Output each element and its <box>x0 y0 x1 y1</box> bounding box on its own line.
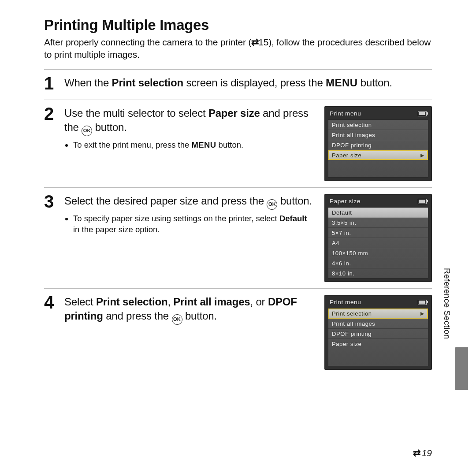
ok-button-icon: OK <box>267 199 277 210</box>
lcd1-item: Print all images <box>328 130 428 140</box>
step-3-text: Select the desired paper size and press … <box>64 194 314 210</box>
lcd2-item-selected: Default <box>328 208 428 218</box>
step-2-text: Use the multi selector to select Paper s… <box>64 106 314 136</box>
page-title: Printing Multiple Images <box>44 17 432 33</box>
step-3-number: 3 <box>44 192 60 211</box>
lcd1-title: Print menu <box>330 110 361 117</box>
page-edge-tab <box>455 347 468 390</box>
step-4-text: Select Print selection, Print all images… <box>64 295 314 325</box>
menu-word: MENU <box>326 77 357 89</box>
step-3: 3 Select the desired paper size and pres… <box>44 187 432 288</box>
lcd2-item: 3.5×5 in. <box>328 218 428 228</box>
lcd-print-menu-printselection: Print menu Print selection ▶ Print all i… <box>324 295 432 370</box>
lcd2-item: 4×6 in. <box>328 258 428 268</box>
lcd2-title: Paper size <box>330 198 361 205</box>
battery-icon <box>418 199 427 204</box>
step-3-subnotes: To specify paper size using settings on … <box>64 213 314 235</box>
lcd3-item: Print all images <box>328 319 428 329</box>
lcd1-item-selected: Paper size ▶ <box>328 150 428 160</box>
step-1: 1 When the Print selection screen is dis… <box>44 69 432 100</box>
menu-word: MENU <box>191 140 216 149</box>
step-2: 2 Use the multi selector to select Paper… <box>44 100 432 187</box>
lcd1-item: DPOF printing <box>328 140 428 150</box>
ref-glyph: ⇄ <box>251 37 258 47</box>
page-number-value: 19 <box>422 448 432 458</box>
section-tab-label: Reference Section <box>442 268 452 339</box>
lcd2-item: 8×10 in. <box>328 268 428 278</box>
lcd2-item: 5×7 in. <box>328 228 428 238</box>
step-4: 4 Select Print selection, Print all imag… <box>44 288 432 376</box>
lcd1-item: Print selection <box>328 120 428 130</box>
step-2-subnotes: To exit the print menu, press the MENU b… <box>64 140 314 151</box>
lcd3-item-selected: Print selection ▶ <box>328 309 428 319</box>
ok-button-icon: OK <box>172 314 182 325</box>
intro-paragraph: After properly connecting the camera to … <box>44 36 432 61</box>
intro-refnum: 15 <box>258 37 268 47</box>
lcd2-item: 100×150 mm <box>328 248 428 258</box>
step-4-number: 4 <box>44 293 60 312</box>
chevron-right-icon: ▶ <box>420 152 424 158</box>
ok-button-icon: OK <box>82 126 92 136</box>
step-2-number: 2 <box>44 104 60 123</box>
step-1-number: 1 <box>44 74 60 93</box>
lcd-print-menu-papersize: Print menu Print selection Print all ima… <box>324 106 432 181</box>
lcd3-item: Paper size <box>328 339 428 349</box>
lcd-paper-size: Paper size Default 3.5×5 in. 5×7 in. A4 … <box>324 194 432 282</box>
step-1-text: When the Print selection screen is displ… <box>64 76 432 90</box>
lcd2-item: A4 <box>328 238 428 248</box>
page-number: ⇄19 <box>413 448 432 458</box>
battery-icon <box>418 300 427 305</box>
ref-glyph-icon: ⇄ <box>413 448 420 458</box>
lcd3-item: DPOF printing <box>328 329 428 339</box>
battery-icon <box>418 111 427 116</box>
chevron-right-icon: ▶ <box>420 311 424 316</box>
lcd3-title: Print menu <box>330 299 361 305</box>
intro-pre: After properly connecting the camera to … <box>44 37 251 47</box>
